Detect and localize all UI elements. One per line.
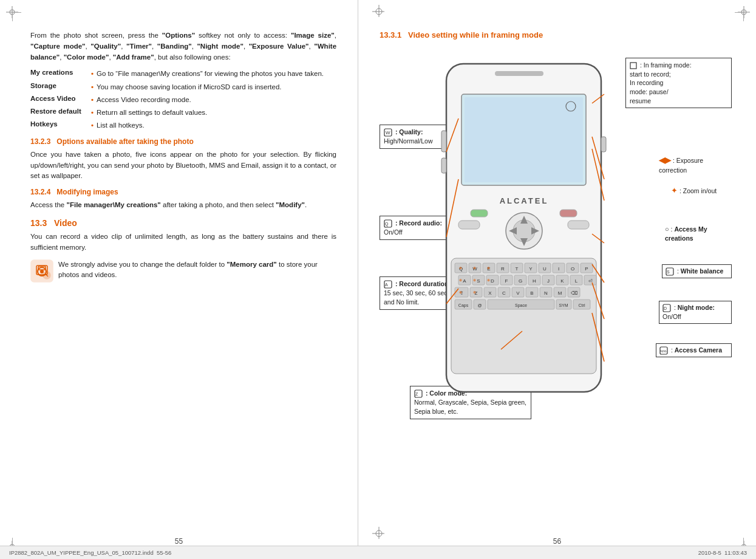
bullet-icon: • bbox=[91, 108, 94, 118]
footer-bar: IP2882_802A_UM_YIPPEE_Eng_USA_05_100712.… bbox=[0, 546, 756, 559]
table-row: Restore default • Return all settings to… bbox=[30, 108, 336, 118]
bullet-icon: • bbox=[91, 120, 94, 131]
svg-text:A: A bbox=[385, 283, 388, 287]
svg-text:SYM: SYM bbox=[559, 303, 568, 307]
svg-rect-43 bbox=[465, 97, 583, 182]
svg-rect-41 bbox=[495, 71, 543, 76]
row-label-storage: Storage bbox=[30, 82, 91, 89]
right-page-number: 56 bbox=[553, 537, 561, 546]
row-content-storage: • You may choose saving location if Micr… bbox=[91, 82, 282, 92]
svg-rect-126 bbox=[441, 131, 446, 152]
svg-text:A: A bbox=[463, 278, 466, 284]
svg-text:W: W bbox=[386, 130, 390, 135]
svg-rect-56 bbox=[560, 210, 577, 217]
svg-text:Space: Space bbox=[515, 303, 527, 308]
row-label-my-creations: My creations bbox=[30, 69, 91, 76]
svg-text:X: X bbox=[488, 290, 492, 296]
svg-text:S: S bbox=[477, 278, 480, 284]
svg-text:Y: Y bbox=[529, 266, 533, 272]
callout-access-creations: ○ : Access My creations bbox=[665, 225, 732, 243]
svg-text:D: D bbox=[664, 306, 667, 310]
right-page: 13.3.1 Video setting while in framing mo… bbox=[358, 0, 756, 559]
svg-text:L: L bbox=[575, 278, 578, 284]
bullet-icon: • bbox=[91, 82, 94, 92]
section-1324-text: Access the "File manager\My creations" a… bbox=[30, 200, 336, 211]
svg-rect-128 bbox=[601, 137, 606, 152]
svg-text:H: H bbox=[533, 278, 536, 284]
right-section-title: 13.3.1 Video setting while in framing mo… bbox=[380, 30, 543, 39]
right-section-header: 13.3.1 Video setting while in framing mo… bbox=[380, 30, 726, 39]
svg-rect-127 bbox=[441, 158, 446, 173]
callout-zoom: ✦ : Zoom in/out bbox=[671, 185, 732, 196]
svg-text:T: T bbox=[516, 266, 519, 272]
callout-framing: : In framing mode: start to record; In r… bbox=[625, 58, 732, 108]
corner-tr bbox=[735, 12, 744, 21]
callout-night-mode: D : Night mode: On/Off bbox=[659, 301, 732, 324]
page-spread: From the photo shot screen, press the "O… bbox=[0, 0, 756, 559]
svg-rect-55 bbox=[471, 210, 488, 217]
svg-point-21 bbox=[40, 270, 44, 273]
section-133-text: You can record a video clip of unlimited… bbox=[30, 231, 336, 253]
svg-text:ALCATEL: ALCATEL bbox=[500, 196, 549, 205]
left-page-number: 55 bbox=[175, 537, 183, 546]
svg-text:R: R bbox=[501, 266, 505, 272]
svg-text:U: U bbox=[543, 266, 547, 272]
note-box: We strongly advise you to change the def… bbox=[30, 259, 336, 283]
svg-text:⊕: ⊕ bbox=[473, 278, 476, 282]
svg-text:P: P bbox=[585, 266, 588, 272]
intro-paragraph: From the photo shot screen, press the "O… bbox=[30, 30, 336, 63]
svg-text:J: J bbox=[547, 278, 550, 284]
svg-text:D: D bbox=[491, 278, 494, 284]
svg-rect-53 bbox=[458, 221, 480, 229]
svg-text:⊕: ⊕ bbox=[459, 278, 462, 282]
bullet-icon: • bbox=[91, 95, 94, 105]
svg-text:@: @ bbox=[477, 303, 482, 307]
phone-diagram: W : Quality: High/Normal/Low Q : Record … bbox=[380, 46, 732, 459]
svg-text:⊕: ⊕ bbox=[473, 290, 476, 294]
section-1324-heading: 13.2.4 Modifying images bbox=[30, 188, 336, 196]
svg-text:M: M bbox=[558, 290, 562, 296]
callout-exposure: ◀▶ : Exposure correction bbox=[659, 155, 732, 175]
bullet-icon: • bbox=[91, 69, 94, 79]
table-row: Access Video • Access Video recording mo… bbox=[30, 95, 336, 105]
svg-text:⊕: ⊕ bbox=[459, 290, 462, 294]
svg-text:O: O bbox=[571, 266, 574, 272]
svg-text:K: K bbox=[560, 278, 564, 284]
callout-access-camera: %% : Access Camera bbox=[656, 343, 732, 357]
svg-text:Q: Q bbox=[385, 222, 389, 227]
svg-text:⊕: ⊕ bbox=[487, 266, 490, 270]
svg-text:N: N bbox=[544, 290, 548, 296]
svg-text:S: S bbox=[667, 270, 670, 274]
footer-file-info: IP2882_802A_UM_YIPPEE_Eng_USA_05_100712.… bbox=[9, 549, 171, 556]
section-133-heading: 13.3 Video bbox=[30, 218, 336, 228]
row-label-restore-default: Restore default bbox=[30, 108, 91, 115]
svg-text:C: C bbox=[502, 290, 506, 296]
svg-text:I: I bbox=[558, 266, 559, 272]
svg-text:%%: %% bbox=[660, 349, 667, 353]
table-row: My creations • Go to “File manager\My cr… bbox=[30, 69, 336, 79]
footer-datetime: 2010-8-5 11:03:43 bbox=[698, 549, 747, 556]
callout-white-balance: S : White balance bbox=[662, 264, 732, 278]
svg-text:Ctrl: Ctrl bbox=[579, 303, 585, 307]
table-row: Hotkeys • List all hotkeys. bbox=[30, 120, 336, 131]
table-row: Storage • You may choose saving location… bbox=[30, 82, 336, 92]
note-text: We strongly advise you to change the def… bbox=[58, 259, 336, 281]
svg-text:V: V bbox=[516, 290, 520, 296]
section-1232-heading: 13.2.3 Options available after taking th… bbox=[30, 137, 336, 146]
row-content-my-creations: • Go to “File manager\My creations” for … bbox=[91, 69, 324, 79]
phone-illustration: ALCATEL bbox=[428, 58, 635, 410]
svg-rect-54 bbox=[568, 221, 589, 229]
section-1232-text: Once you have taken a photo, five icons … bbox=[30, 149, 336, 182]
row-content-access-video: • Access Video recording mode. bbox=[91, 95, 191, 105]
options-table: My creations • Go to “File manager\My cr… bbox=[30, 69, 336, 131]
row-label-access-video: Access Video bbox=[30, 95, 91, 102]
note-icon bbox=[30, 259, 53, 283]
row-label-hotkeys: Hotkeys bbox=[30, 120, 91, 128]
row-content-restore-default: • Return all settings to default values. bbox=[91, 108, 207, 118]
left-page: From the photo shot screen, press the "O… bbox=[0, 0, 358, 559]
row-content-hotkeys: • List all hotkeys. bbox=[91, 120, 145, 131]
svg-text:⌫: ⌫ bbox=[571, 290, 577, 296]
svg-text:Caps: Caps bbox=[458, 303, 469, 308]
svg-text:⊕: ⊕ bbox=[487, 278, 490, 282]
svg-text:B: B bbox=[530, 290, 533, 296]
